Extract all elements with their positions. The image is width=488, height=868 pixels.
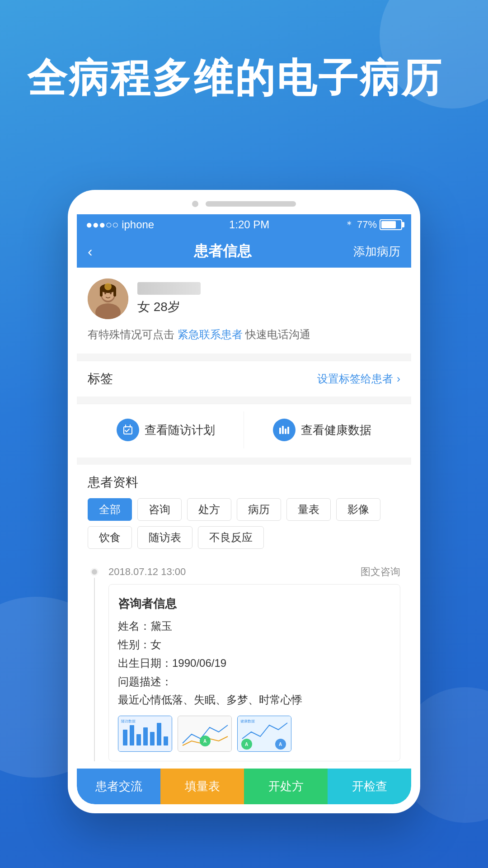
svg-rect-7 [100,288,103,297]
record-images: 随访数据 [118,716,391,752]
hero-title: 全病程多维的电子病历 [27,54,461,102]
emergency-link[interactable]: 紧急联系患者 [178,328,243,340]
carrier-text: ●●●○○ iphone [86,218,154,231]
svg-rect-12 [282,426,284,434]
record-card[interactable]: 咨询者信息 姓名：黛玉 性别：女 出生日期：1990/06/19 问题描述： 最… [108,584,400,761]
patient-basic: 女 28岁 [88,278,400,319]
svg-text:A: A [279,742,282,747]
record-line-desc: 最近心情低落、失眠、多梦、时常心悸 [118,691,391,709]
filter-tab-imaging[interactable]: 影像 [336,498,380,521]
tags-set-button[interactable]: 设置标签给患者 › [317,372,400,386]
svg-point-9 [104,283,112,290]
svg-rect-20 [143,727,148,745]
record-card-title: 咨询者信息 [118,594,391,613]
record-image-3: 健康数据 A A [237,716,291,752]
status-battery: ＊ 77% [344,218,402,231]
tags-set-label: 设置标签给患者 [317,372,393,386]
contact-suffix: 快速电话沟通 [245,328,310,340]
svg-text:健康数据: 健康数据 [240,719,255,723]
filter-tab-record[interactable]: 病历 [237,498,281,521]
svg-rect-14 [287,427,289,434]
content-area: 女 28岁 有特殊情况可点击 紧急联系患者 快速电话沟通 标签 设置标签给患者 … [77,268,411,804]
phone-dot [192,201,198,207]
filter-tab-all[interactable]: 全部 [88,498,132,521]
status-bar: ●●●○○ iphone 1:20 PM ＊ 77% [77,214,411,235]
followup-label: 查看随访计划 [145,422,215,438]
record-image-2: A [178,716,232,752]
back-button[interactable]: ‹ [88,243,93,260]
view-followup-button[interactable]: 查看随访计划 [88,411,244,448]
filter-tabs: 全部 咨询 处方 病历 量表 影像 饮食 随访表 不良反应 [88,498,400,549]
record-image-1: 随访数据 [118,716,172,752]
timeline-date: 2018.07.12 13:00 [108,566,186,578]
health-data-icon [273,419,296,441]
timeline-meta: 2018.07.12 13:00 图文咨询 [108,565,400,579]
nav-title: 患者信息 [194,241,252,261]
phone-frame: ●●●○○ iphone 1:20 PM ＊ 77% ‹ 患者信息 添加病历 [68,190,420,813]
filter-tab-followup[interactable]: 随访表 [137,526,192,549]
records-section: 患者资料 全部 咨询 处方 病历 量表 影像 饮食 随访表 不良反应 [77,465,411,769]
patient-name-placeholder [137,282,201,295]
battery-icon [380,219,402,230]
record-line-dob: 出生日期：1990/06/19 [118,654,391,673]
timeline-left [88,565,101,761]
patient-header: 女 28岁 有特殊情况可点击 紧急联系患者 快速电话沟通 [77,268,411,354]
patient-name-info: 女 28岁 [137,282,201,316]
timeline-line [94,578,95,761]
quick-actions: 查看随访计划 查看健康数据 [77,404,411,458]
chevron-right-icon: › [397,373,400,385]
svg-rect-18 [130,725,134,745]
svg-text:随访数据: 随访数据 [121,719,136,723]
contact-prefix: 有特殊情况可点击 [88,328,174,340]
open-exam-button[interactable]: 开检查 [328,769,411,804]
svg-rect-21 [150,732,155,745]
nav-bar: ‹ 患者信息 添加病历 [77,235,411,268]
filter-tab-adverse[interactable]: 不良反应 [198,526,264,549]
timeline-entry: 2018.07.12 13:00 图文咨询 咨询者信息 姓名：黛玉 性别：女 出… [88,558,400,769]
view-health-data-button[interactable]: 查看健康数据 [244,411,400,448]
svg-rect-13 [285,429,286,434]
fill-scale-button[interactable]: 填量表 [160,769,244,804]
svg-rect-17 [123,730,127,745]
record-line-gender: 性别：女 [118,636,391,654]
phone-container: ●●●○○ iphone 1:20 PM ＊ 77% ‹ 患者信息 添加病历 [68,190,420,813]
phone-top-bar [77,201,411,214]
patient-gender-age: 女 28岁 [137,298,201,316]
patient-contact: 有特殊情况可点击 紧急联系患者 快速电话沟通 [88,326,400,343]
patient-chat-button[interactable]: 患者交流 [77,769,160,804]
open-prescription-button[interactable]: 开处方 [244,769,328,804]
timeline-content: 2018.07.12 13:00 图文咨询 咨询者信息 姓名：黛玉 性别：女 出… [108,565,400,761]
svg-rect-23 [164,736,168,745]
add-record-button[interactable]: 添加病历 [353,244,400,259]
followup-icon [117,419,139,441]
filter-tab-consult[interactable]: 咨询 [137,498,182,521]
record-line-desc-label: 问题描述： [118,673,391,691]
battery-fill [381,221,396,228]
health-data-label: 查看健康数据 [301,422,371,438]
timeline-dot [90,568,99,576]
svg-text:A: A [245,742,248,747]
filter-tab-prescription[interactable]: 处方 [187,498,231,521]
patient-avatar [88,278,128,319]
record-line-name: 姓名：黛玉 [118,617,391,636]
svg-text:A: A [203,739,206,744]
svg-rect-8 [113,288,116,297]
filter-tab-diet[interactable]: 饮食 [88,526,132,549]
bottom-bar: 患者交流 填量表 开处方 开检查 [77,769,411,804]
bluetooth-icon: ＊ [344,218,354,231]
filter-tab-scale[interactable]: 量表 [286,498,331,521]
records-title: 患者资料 [88,474,400,491]
tags-label: 标签 [88,370,113,387]
timeline-type: 图文咨询 [361,565,400,579]
status-time: 1:20 PM [229,218,269,231]
tags-section: 标签 设置标签给患者 › [77,361,411,396]
svg-rect-22 [157,723,161,745]
battery-percent: 77% [357,219,377,231]
svg-rect-11 [279,428,281,434]
phone-pill [206,201,296,207]
status-left: ●●●○○ iphone [86,218,154,231]
svg-rect-19 [136,734,141,745]
